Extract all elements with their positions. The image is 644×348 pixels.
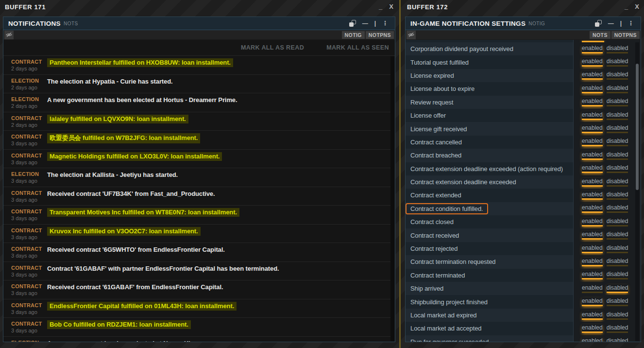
mark-all-read-button[interactable]: MARK ALL AS READ (241, 44, 304, 51)
enabled-button[interactable]: enabled (582, 124, 603, 133)
setting-row: Contract extended enabled disabled (406, 189, 641, 202)
disabled-button[interactable]: disabled (607, 138, 628, 146)
disabled-button[interactable]: disabled (607, 71, 628, 80)
enabled-button[interactable]: enabled (582, 71, 603, 80)
enabled-button[interactable]: enabled (582, 138, 603, 146)
split-panel-icon[interactable]: | (374, 20, 376, 26)
disabled-button[interactable]: disabled (607, 218, 628, 226)
notification-row[interactable]: CONTRACT 3 days ago Kruvox Inc fulfilled… (3, 225, 391, 244)
disabled-button[interactable]: disabled (607, 311, 628, 320)
collapse-panel-icon[interactable]: — (362, 20, 368, 26)
notification-row[interactable]: CONTRACT 3 days ago Contract '61GABAF' w… (3, 262, 391, 281)
enabled-button[interactable]: enabled (582, 244, 603, 253)
notification-row[interactable]: CONTRACT 3 days ago 欧盟委员会 fulfilled on W… (3, 131, 391, 150)
enabled-button[interactable]: enabled (582, 271, 603, 279)
buffer-tag[interactable]: NOTPNS (366, 31, 394, 39)
enabled-button[interactable]: enabled (582, 218, 603, 226)
setting-row: Contract received enabled disabled (406, 228, 641, 242)
disabled-button[interactable]: disabled (607, 204, 628, 213)
window-titlebar[interactable]: BUFFER 172 _ X (402, 0, 644, 14)
enabled-button[interactable]: enabled (582, 324, 603, 333)
notification-row[interactable]: CONTRACT 3 days ago Received contract '6… (3, 243, 391, 262)
panel-menu-icon[interactable]: ⋮ (628, 20, 634, 26)
disabled-button[interactable]: disabled (607, 85, 628, 93)
minimize-window-button[interactable]: _ (625, 4, 628, 9)
notification-row[interactable]: CONTRACT 3 days ago Magnetic Holdings fu… (3, 150, 391, 169)
disabled-button[interactable]: disabled (607, 244, 628, 253)
scrollbar-thumb[interactable] (636, 64, 639, 190)
enabled-button[interactable]: enabled (582, 204, 603, 213)
enabled-button[interactable]: enabled (582, 311, 603, 320)
enabled-button[interactable]: enabled (582, 111, 603, 120)
notification-row[interactable]: CONTRACT 3 days ago Bob Co fulfilled on … (3, 318, 391, 337)
disabled-button[interactable]: disabled (607, 297, 628, 306)
notification-row[interactable]: CONTRACT 3 days ago Received contract '6… (3, 280, 391, 299)
notification-time: 3 days ago (11, 309, 42, 315)
notification-row[interactable]: CONTRACT 3 days ago Transparent Motives … (3, 206, 391, 225)
mark-all-seen-button[interactable]: MARK ALL AS SEEN (326, 44, 389, 51)
disabled-button[interactable]: disabled (607, 178, 628, 187)
enabled-button[interactable]: enabled (582, 297, 603, 306)
collapse-panel-icon[interactable]: — (608, 20, 614, 26)
enabled-button[interactable]: enabled (582, 337, 603, 342)
notifications-scrollbar[interactable] (390, 56, 394, 341)
enabled-button[interactable]: enabled (582, 231, 603, 240)
disabled-button[interactable]: disabled (607, 258, 628, 266)
command-bar[interactable]: NOTSNOTPNS (406, 30, 641, 40)
notification-row[interactable]: ELECTION 2 days ago The election at Hypa… (3, 75, 391, 94)
buffer-tag[interactable]: NOTPNS (611, 31, 640, 39)
notification-time: 3 days ago (11, 328, 42, 333)
enabled-button[interactable]: enabled (582, 85, 603, 93)
notification-type: CONTRACT (11, 246, 42, 252)
disabled-button[interactable]: disabled (607, 58, 628, 67)
duplicate-buffer-icon[interactable] (349, 20, 356, 27)
disabled-button[interactable]: disabled (607, 98, 628, 106)
buffer-tag[interactable]: NOTS (590, 31, 610, 39)
disabled-button[interactable]: disabled (607, 191, 628, 200)
enabled-button[interactable]: enabled (582, 45, 603, 53)
split-panel-icon[interactable]: | (620, 20, 622, 26)
disabled-button[interactable]: disabled (607, 164, 628, 173)
window-divider[interactable] (399, 0, 401, 348)
disabled-button[interactable]: disabled (607, 337, 628, 342)
setting-row: Contract terminated enabled disabled (406, 269, 641, 282)
notification-row[interactable]: ELECTION 2 days ago A new government has… (3, 93, 391, 112)
setting-row: License expired enabled disabled (406, 69, 641, 82)
enabled-button[interactable]: enabled (582, 98, 603, 106)
panel-menu-icon[interactable]: ⋮ (382, 20, 388, 26)
disabled-button[interactable]: disabled (607, 45, 628, 53)
notification-type: CONTRACT (11, 115, 42, 121)
notification-time: 3 days ago (11, 234, 42, 240)
window-titlebar[interactable]: BUFFER 171 _ X (0, 0, 398, 14)
hide-command-button[interactable] (407, 31, 416, 39)
buffer-tag[interactable]: NOTIG (342, 31, 365, 39)
hide-command-button[interactable] (4, 31, 14, 39)
disabled-button[interactable]: disabled (607, 284, 628, 293)
settings-scrollbar[interactable] (635, 42, 639, 341)
enabled-button[interactable]: enabled (582, 191, 603, 200)
disabled-button[interactable]: disabled (607, 111, 628, 120)
close-window-button[interactable]: X (389, 4, 393, 9)
enabled-button[interactable]: enabled (582, 58, 603, 67)
disabled-button[interactable]: disabled (607, 231, 628, 240)
notification-row[interactable]: CONTRACT 2 days ago Pantheon Interstella… (3, 56, 391, 75)
disabled-button[interactable]: disabled (607, 271, 628, 279)
disabled-button[interactable]: disabled (607, 124, 628, 133)
enabled-button[interactable]: enabled (582, 151, 603, 160)
notification-row[interactable]: ELECTION A new government has been elect… (3, 337, 391, 342)
enabled-button[interactable]: enabled (582, 258, 603, 266)
enabled-button[interactable]: enabled (582, 178, 603, 187)
notification-row[interactable]: CONTRACT 3 days ago Received contract 'U… (3, 187, 391, 206)
notification-row[interactable]: ELECTION 3 days ago The election at Kall… (3, 168, 391, 187)
close-window-button[interactable]: X (635, 4, 639, 9)
notification-row[interactable]: CONTRACT 3 days ago EndlessFrontier Capi… (3, 299, 391, 318)
disabled-button[interactable]: disabled (607, 324, 628, 333)
enabled-button[interactable]: enabled (582, 164, 603, 173)
notification-row[interactable]: CONTRACT 2 days ago lalaley fulfilled on… (3, 112, 391, 131)
eye-slash-icon (6, 32, 12, 38)
command-bar[interactable]: NOTIGNOTPNS (3, 30, 395, 40)
disabled-button[interactable]: disabled (607, 151, 628, 160)
minimize-window-button[interactable]: _ (379, 4, 382, 9)
duplicate-buffer-icon[interactable] (595, 20, 602, 27)
enabled-button[interactable]: enabled (582, 284, 603, 293)
